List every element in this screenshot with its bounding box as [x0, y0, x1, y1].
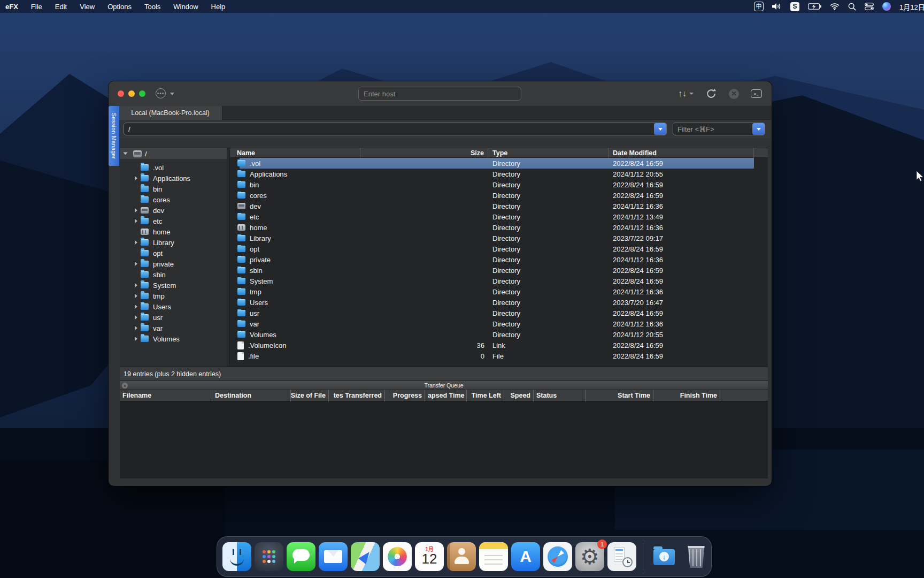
- tree-item[interactable]: private: [120, 258, 227, 269]
- host-input[interactable]: [358, 87, 521, 101]
- disclosure-chevron-icon[interactable]: [135, 283, 137, 287]
- file-row[interactable]: usr Directory 2022/8/24 16:59: [230, 308, 768, 318]
- path-input[interactable]: [124, 123, 666, 135]
- calendar-icon[interactable]: 1月 12: [415, 542, 444, 571]
- spotlight-search-icon[interactable]: [848, 3, 856, 11]
- file-row[interactable]: Library Directory 2023/7/22 09:17: [230, 233, 768, 244]
- file-row[interactable]: private Directory 2024/1/12 16:36: [230, 254, 768, 265]
- photos-icon[interactable]: [383, 542, 412, 571]
- input-method-icon[interactable]: 中: [754, 2, 764, 11]
- disclosure-chevron-icon[interactable]: [135, 219, 137, 223]
- file-row[interactable]: .file 0 File 2022/8/24 16:59: [230, 351, 768, 361]
- disclosure-chevron-icon[interactable]: [135, 337, 137, 341]
- file-row[interactable]: var Directory 2024/1/12 16:36: [230, 318, 768, 329]
- tree-item[interactable]: .vol: [120, 162, 227, 173]
- proxy-menu-icon[interactable]: •••: [156, 88, 166, 98]
- queue-column-header[interactable]: Destination: [212, 390, 291, 401]
- transfer-queue-list[interactable]: [120, 401, 768, 478]
- queue-column-header[interactable]: Progress: [385, 390, 425, 401]
- path-combobox[interactable]: [124, 123, 667, 135]
- downloads-folder-icon[interactable]: [650, 542, 679, 571]
- volume-icon[interactable]: [772, 3, 782, 10]
- file-row[interactable]: System Directory 2022/8/24 16:59: [230, 276, 768, 286]
- menu-item[interactable]: Window: [167, 3, 204, 11]
- zoom-window-button[interactable]: [139, 90, 145, 97]
- safari-icon[interactable]: [543, 542, 572, 571]
- file-row[interactable]: tmp Directory 2024/1/12 16:36: [230, 286, 768, 297]
- file-row[interactable]: home Directory 2024/1/12 16:36: [230, 222, 768, 233]
- tree-root-item[interactable]: /: [120, 148, 227, 159]
- notes-icon[interactable]: [479, 542, 508, 571]
- queue-column-header[interactable]: apsed Time: [425, 390, 467, 401]
- contacts-icon[interactable]: [447, 542, 476, 571]
- tree-item[interactable]: tmp: [120, 291, 227, 301]
- column-header-size[interactable]: Size: [360, 148, 488, 158]
- control-center-icon[interactable]: [865, 3, 874, 10]
- window-titlebar[interactable]: ••• ↑↓ ✕ >_: [109, 81, 772, 106]
- column-header-name[interactable]: Name: [230, 148, 360, 158]
- tree-item[interactable]: Library: [120, 237, 227, 248]
- tree-item[interactable]: Applications: [120, 173, 227, 184]
- trash-icon[interactable]: [682, 542, 711, 571]
- disclosure-chevron-icon[interactable]: [135, 262, 137, 266]
- terminal-icon[interactable]: >_: [751, 89, 762, 98]
- disclosure-chevron-icon[interactable]: [135, 326, 137, 330]
- queue-column-header[interactable]: Size of File: [291, 390, 329, 401]
- column-header-date-modified[interactable]: Date Modified: [609, 148, 754, 158]
- finder-icon[interactable]: [222, 542, 251, 571]
- app-store-icon[interactable]: [511, 542, 540, 571]
- disclosure-chevron-icon[interactable]: [135, 315, 137, 320]
- menu-item[interactable]: Help: [205, 3, 232, 11]
- disclosure-chevron-icon[interactable]: [135, 176, 137, 180]
- tree-item[interactable]: dev: [120, 205, 227, 216]
- path-dropdown-button[interactable]: [654, 123, 666, 135]
- messages-icon[interactable]: [287, 542, 315, 571]
- file-row[interactable]: Applications Directory 2024/1/12 20:55: [230, 169, 768, 179]
- file-row[interactable]: .VolumeIcon 36 Link 2022/8/24 16:59: [230, 340, 768, 351]
- close-window-button[interactable]: [118, 90, 124, 97]
- queue-column-header[interactable]: Time Left: [467, 390, 504, 401]
- tree-item[interactable]: Volumes: [120, 333, 227, 344]
- filter-dropdown-button[interactable]: [752, 123, 765, 135]
- session-manager-tab[interactable]: Session Manager: [109, 106, 119, 166]
- disclosure-chevron-icon[interactable]: [135, 208, 137, 212]
- queue-column-header[interactable]: tes Transferred: [329, 390, 385, 401]
- file-row[interactable]: bin Directory 2022/8/24 16:59: [230, 179, 768, 190]
- siri-icon[interactable]: [882, 2, 891, 11]
- tree-item[interactable]: usr: [120, 312, 227, 323]
- wifi-icon[interactable]: [830, 3, 840, 10]
- tree-item[interactable]: home: [120, 226, 227, 237]
- tree-item[interactable]: System: [120, 280, 227, 291]
- refresh-icon[interactable]: [705, 88, 717, 100]
- queue-column-header[interactable]: Finish Time: [653, 390, 720, 401]
- transfers-icon[interactable]: ↑↓: [678, 89, 694, 98]
- file-row[interactable]: sbin Directory 2022/8/24 16:59: [230, 265, 768, 276]
- queue-column-header[interactable]: Start Time: [586, 390, 653, 401]
- tree-item[interactable]: sbin: [120, 269, 227, 280]
- menu-item[interactable]: Edit: [49, 3, 73, 11]
- tab-local-session[interactable]: Local (MacBook-Pro.local): [119, 106, 222, 120]
- tree-item[interactable]: var: [120, 323, 227, 333]
- tree-item[interactable]: cores: [120, 194, 227, 205]
- system-settings-icon[interactable]: 1: [575, 542, 604, 571]
- column-header-type[interactable]: Type: [488, 148, 609, 158]
- file-row[interactable]: cores Directory 2022/8/24 16:59: [230, 190, 768, 201]
- queue-column-header[interactable]: Status: [534, 390, 586, 401]
- tree-item[interactable]: opt: [120, 248, 227, 258]
- document-clock-app-icon[interactable]: [607, 542, 636, 571]
- maps-icon[interactable]: [351, 542, 380, 571]
- menu-item[interactable]: Options: [101, 3, 138, 11]
- tree-item[interactable]: Users: [120, 301, 227, 312]
- disclosure-chevron-icon[interactable]: [135, 305, 137, 309]
- tree-item[interactable]: bin: [120, 184, 227, 194]
- disconnect-icon[interactable]: ✕: [729, 89, 739, 99]
- queue-column-header[interactable]: Filename: [120, 390, 212, 401]
- disclosure-chevron-icon[interactable]: [124, 153, 128, 155]
- file-row[interactable]: Users Directory 2023/7/20 16:47: [230, 297, 768, 308]
- file-row[interactable]: Volumes Directory 2024/1/12 20:55: [230, 329, 768, 340]
- close-queue-button[interactable]: x: [122, 383, 128, 389]
- file-row[interactable]: .vol Directory 2022/8/24 16:59: [230, 158, 768, 169]
- filter-input[interactable]: [673, 123, 765, 135]
- app-menu[interactable]: eFX: [2, 3, 25, 11]
- mail-icon[interactable]: [319, 542, 348, 571]
